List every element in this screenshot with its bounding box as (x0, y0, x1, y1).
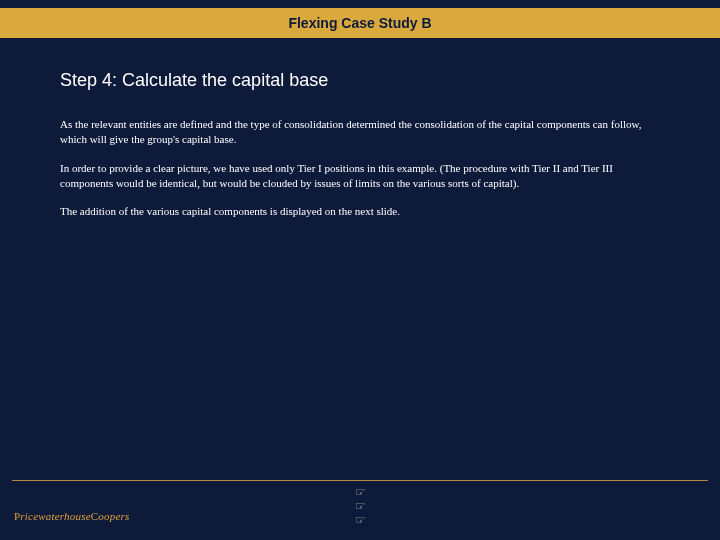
top-accent-bar (0, 0, 720, 8)
pointer-icon[interactable]: ☞ (355, 500, 366, 513)
body-paragraph: In order to provide a clear picture, we … (60, 161, 660, 191)
step-heading: Step 4: Calculate the capital base (60, 70, 660, 91)
pointer-icon[interactable]: ☞ (355, 486, 366, 499)
footer: PricewaterhouseCoopers ☞ ☞ ☞ (0, 480, 720, 540)
pwc-logo: PricewaterhouseCoopers (14, 510, 129, 522)
content-area: Step 4: Calculate the capital base As th… (0, 40, 720, 219)
nav-icon-stack: ☞ ☞ ☞ (355, 486, 366, 528)
title-bar: Flexing Case Study B (0, 8, 720, 40)
body-paragraph: As the relevant entities are defined and… (60, 117, 660, 147)
slide-title: Flexing Case Study B (288, 15, 431, 31)
pointer-icon[interactable]: ☞ (355, 514, 366, 527)
footer-divider (12, 480, 708, 481)
body-paragraph: The addition of the various capital comp… (60, 204, 660, 219)
